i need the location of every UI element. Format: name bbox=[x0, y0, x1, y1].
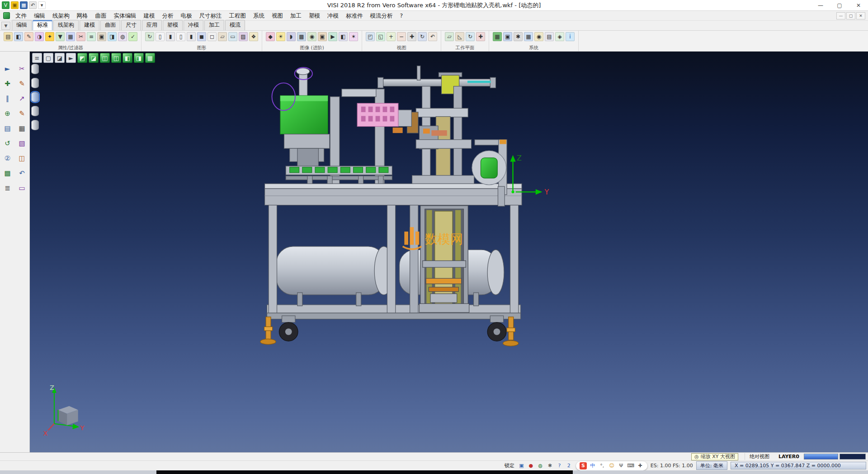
cylinder-shaded-icon[interactable]: ▮ bbox=[166, 32, 175, 41]
menu-system[interactable]: 系统 bbox=[250, 11, 268, 20]
layers-icon[interactable]: ≣ bbox=[2, 183, 13, 194]
filter-icon[interactable]: ▼ bbox=[56, 32, 65, 41]
macro-icon[interactable]: ◈ bbox=[555, 32, 564, 41]
cut-icon[interactable]: ✂ bbox=[17, 63, 28, 74]
mirror-icon[interactable]: ◫ bbox=[17, 153, 28, 164]
ime-emoji-icon[interactable]: ☺ bbox=[608, 462, 615, 469]
settings-status-icon[interactable]: ✱ bbox=[546, 462, 554, 469]
refresh-graphics-icon[interactable]: ↻ bbox=[145, 32, 154, 41]
open-file-icon[interactable]: ▣ bbox=[11, 1, 19, 9]
menu-help[interactable]: ? bbox=[396, 11, 407, 20]
filter-wireframe-icon[interactable] bbox=[31, 92, 39, 102]
previous-view-icon[interactable]: ↶ bbox=[428, 32, 437, 41]
tab-wireframe[interactable]: 线架构 bbox=[53, 20, 79, 30]
record-icon[interactable]: ● bbox=[527, 462, 535, 469]
mask-icon[interactable]: ◍ bbox=[118, 32, 127, 41]
maximize-button[interactable]: ▢ bbox=[830, 0, 849, 10]
tab-surface[interactable]: 曲面 bbox=[100, 20, 120, 30]
menu-machining[interactable]: 加工 bbox=[287, 11, 305, 20]
network-icon[interactable]: ◍ bbox=[537, 462, 544, 469]
screen-config-icon[interactable]: ▣ bbox=[503, 32, 512, 41]
view-reference-label[interactable]: 绝对视图 bbox=[745, 453, 774, 460]
menu-moldflow[interactable]: 模流分析 bbox=[367, 11, 396, 20]
clipboard-status-icon[interactable]: ▣ bbox=[518, 462, 525, 469]
tab-standard[interactable]: 标准 bbox=[33, 20, 52, 30]
workplane-icon[interactable]: ▱ bbox=[445, 32, 454, 41]
color-palette-icon[interactable]: ▦ bbox=[493, 32, 502, 41]
close-button[interactable]: ✕ bbox=[849, 0, 868, 10]
ime-mic-icon[interactable]: Ψ bbox=[618, 462, 625, 469]
view-top-icon[interactable]: ◫ bbox=[100, 53, 110, 63]
pan-icon[interactable]: ✚ bbox=[407, 32, 416, 41]
stereo-icon[interactable]: ◧ bbox=[339, 32, 348, 41]
menu-analysis[interactable]: 分析 bbox=[159, 11, 177, 20]
mesh-icon[interactable]: ▦ bbox=[17, 123, 28, 134]
ime-keyboard-icon[interactable]: ⌨ bbox=[627, 462, 634, 469]
menu-mold[interactable]: 塑模 bbox=[305, 11, 324, 20]
mdi-close-button[interactable]: ✕ bbox=[856, 12, 865, 19]
minimize-button[interactable]: — bbox=[811, 0, 830, 10]
menu-edit[interactable]: 编辑 bbox=[30, 11, 49, 20]
tab-mold[interactable]: 塑模 bbox=[163, 20, 183, 30]
render-page-icon[interactable]: ▭ bbox=[228, 32, 237, 41]
edit-geometry-icon[interactable]: ✎ bbox=[17, 108, 28, 119]
mdi-minimize-button[interactable]: — bbox=[836, 12, 845, 19]
light-icon[interactable]: ☀ bbox=[276, 32, 285, 41]
menu-drawing[interactable]: 工程图 bbox=[226, 11, 250, 20]
units-readout[interactable]: 单位: 毫米 bbox=[696, 461, 727, 470]
extend-icon[interactable]: ↗ bbox=[17, 93, 28, 104]
settings-icon[interactable]: ✱ bbox=[514, 32, 523, 41]
menu-die[interactable]: 冲模 bbox=[324, 11, 342, 20]
copy-attributes-icon[interactable]: ◧ bbox=[14, 32, 23, 41]
active-filter-icon[interactable]: ✦ bbox=[45, 32, 54, 41]
lock-toggle[interactable]: 锁定 bbox=[505, 462, 514, 469]
help-status-icon[interactable]: ? bbox=[556, 462, 563, 469]
menu-wireframe[interactable]: 线架构 bbox=[49, 11, 73, 20]
view-shaded-icon[interactable]: ◪ bbox=[55, 53, 65, 63]
texture-icon[interactable]: ▨ bbox=[239, 32, 248, 41]
material-icon[interactable]: ◆ bbox=[266, 32, 275, 41]
apply-filter-icon[interactable]: ✓ bbox=[128, 32, 137, 41]
snapshot-icon[interactable]: ▣ bbox=[318, 32, 327, 41]
shadow-icon[interactable]: ◗ bbox=[287, 32, 296, 41]
undo-arrow-icon[interactable]: ↶ bbox=[17, 168, 28, 179]
menu-mesh[interactable]: 网格 bbox=[73, 11, 92, 20]
hatch-icon[interactable]: ▧ bbox=[17, 138, 28, 149]
cylinder-render-icon[interactable]: ▮ bbox=[187, 32, 196, 41]
attributes-icon[interactable]: ▤ bbox=[4, 32, 13, 41]
shading-icon[interactable]: ◼ bbox=[197, 32, 206, 41]
layer-filter-icon[interactable]: ≡ bbox=[87, 32, 96, 41]
view-iso-front-icon[interactable]: ◩ bbox=[77, 53, 87, 63]
layer-color-swatch[interactable] bbox=[804, 454, 838, 460]
menu-dimension[interactable]: 尺寸标注 bbox=[196, 11, 226, 20]
rotate-icon[interactable]: ↺ bbox=[2, 138, 13, 149]
app-logo-icon[interactable]: V bbox=[2, 1, 9, 9]
tab-moldflow[interactable]: 模流 bbox=[225, 20, 245, 30]
tab-edit[interactable]: 编辑 bbox=[12, 20, 32, 30]
zoom-window-icon[interactable]: ◰ bbox=[366, 32, 375, 41]
tab-machining[interactable]: 加工 bbox=[204, 20, 224, 30]
background-icon[interactable]: ▩ bbox=[297, 32, 306, 41]
edit-attributes-icon[interactable]: ✎ bbox=[24, 32, 33, 41]
camera-icon[interactable]: ◉ bbox=[307, 32, 316, 41]
viewport-3d[interactable]: ≡▢◪►◩◪◫◫◧◨▦ bbox=[30, 52, 868, 452]
snap-point-icon[interactable]: ⊕ bbox=[2, 108, 13, 119]
tab-dimension[interactable]: 尺寸 bbox=[121, 20, 141, 30]
active-layer-label[interactable]: LAYER0 bbox=[774, 454, 804, 460]
tab-application[interactable]: 应用 bbox=[142, 20, 162, 30]
view-wireframe-icon[interactable]: ▢ bbox=[43, 53, 53, 63]
duplicate-icon[interactable]: ② bbox=[2, 153, 13, 164]
tab-die[interactable]: 冲模 bbox=[184, 20, 203, 30]
rotate-view-icon[interactable]: ↻ bbox=[418, 32, 427, 41]
view-bottom-icon[interactable]: ◫ bbox=[111, 53, 121, 63]
list-info-icon[interactable]: ▤ bbox=[2, 123, 13, 134]
qat-dropdown-icon[interactable]: ▾ bbox=[38, 1, 46, 9]
zoom-out-icon[interactable]: − bbox=[397, 32, 406, 41]
color-icon[interactable]: ◑ bbox=[35, 32, 44, 41]
menu-solid-edit[interactable]: 实体编辑 bbox=[110, 11, 140, 20]
background-color-swatch[interactable] bbox=[840, 454, 866, 460]
gallery-icon[interactable]: ❖ bbox=[249, 32, 258, 41]
menu-modeling[interactable]: 建模 bbox=[140, 11, 159, 20]
workplane-rotate-icon[interactable]: ↻ bbox=[466, 32, 475, 41]
menu-standard-parts[interactable]: 标准件 bbox=[342, 11, 367, 20]
